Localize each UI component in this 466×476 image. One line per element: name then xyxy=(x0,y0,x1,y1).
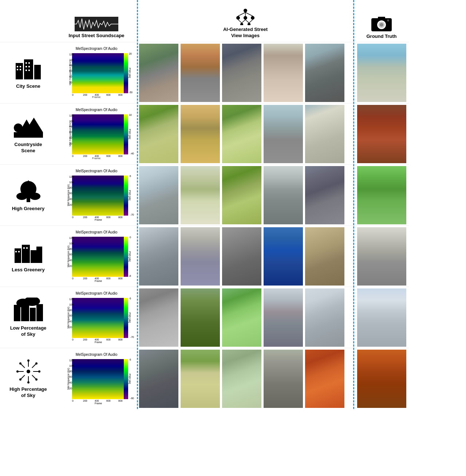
city-colorbar-bottom: -50 xyxy=(129,91,133,94)
svg-point-54 xyxy=(19,378,21,381)
svg-rect-28 xyxy=(15,251,17,252)
svg-line-67 xyxy=(245,20,249,23)
svg-rect-32 xyxy=(14,305,20,321)
lgreen-ai-img-2 xyxy=(181,227,220,286)
hgreen-spec-title: MelSpectrogram Of Audio xyxy=(76,169,118,173)
city-spec-title: MelSpectrogram Of Audio xyxy=(76,47,118,51)
countryside-icon xyxy=(14,114,43,139)
lowsky-spec-title: MelSpectrogram Of Audio xyxy=(76,291,118,295)
countryside-ai-img-4 xyxy=(264,105,303,163)
svg-line-68 xyxy=(249,20,253,23)
svg-point-59 xyxy=(251,16,254,20)
svg-point-20 xyxy=(16,193,27,200)
city-colorbar-top: 20 xyxy=(129,52,132,55)
countryside-ai-img-1 xyxy=(139,105,178,163)
svg-rect-12 xyxy=(28,70,30,71)
svg-rect-9 xyxy=(25,66,27,67)
svg-rect-0 xyxy=(16,63,23,79)
svg-point-57 xyxy=(236,16,240,20)
svg-point-58 xyxy=(244,16,247,20)
city-label-cell: City Scene xyxy=(0,42,56,103)
low-sky-label-cell: Low Percentageof Sky xyxy=(0,287,56,348)
svg-line-66 xyxy=(242,20,245,23)
lgreen-ai-img-4 xyxy=(264,227,303,286)
camera-icon xyxy=(371,14,392,32)
svg-rect-29 xyxy=(18,251,20,252)
svg-point-53 xyxy=(35,362,37,365)
svg-rect-6 xyxy=(20,69,21,70)
countryside-spec-plot: Mel frequence (Hz) Frame 10 -40 PSD [db]… xyxy=(62,113,131,160)
svg-rect-25 xyxy=(22,245,30,263)
city-gt-cell xyxy=(354,42,409,103)
highsky-ai-img-5 xyxy=(305,350,344,408)
low-sky-ai-images-row xyxy=(138,287,353,348)
svg-rect-3 xyxy=(17,66,18,67)
city-spec-plot: Mel frequence (Hz) Frame 20 -50 PSD [db]… xyxy=(62,51,131,99)
hgreen-ai-img-5 xyxy=(305,166,344,224)
high-greenery-label-cell: High Greenery xyxy=(0,164,56,225)
city-ai-img-3 xyxy=(222,44,261,102)
city-icon xyxy=(14,56,43,81)
city-spectrogram-cell: MelSpectrogram Of Audio Mel frequence (H… xyxy=(56,42,137,103)
city-ai-images-row xyxy=(138,42,353,103)
countryside-colorbar xyxy=(124,114,128,154)
svg-rect-27 xyxy=(36,247,42,263)
highsky-spec-plot: Mel frequence (Hz) Frame 6 -60 PSD [db] … xyxy=(62,357,131,405)
low-sky-label: Low Percentageof Sky xyxy=(10,325,47,338)
label-column: City Scene CountrysideScene Hig xyxy=(0,0,56,409)
high-sky-label: High Percentageof Sky xyxy=(9,386,47,399)
countryside-ai-img-3 xyxy=(222,105,261,163)
hgreen-ai-img-3 xyxy=(222,166,261,224)
less-greenery-spec-cell: MelSpectrogram Of Audio Mel frequence (H… xyxy=(56,225,137,287)
city-ai-img-5 xyxy=(305,44,344,102)
spectrogram-header: Input Street Soundscape xyxy=(56,0,137,42)
countryside-spec-title: MelSpectrogram Of Audio xyxy=(76,108,118,112)
svg-rect-31 xyxy=(26,247,28,249)
ai-network-icon xyxy=(233,7,258,25)
ai-images-header: AI-Generated Street View Images xyxy=(138,0,353,42)
label-header-spacer xyxy=(0,0,56,42)
high-greenery-ai-images-row xyxy=(138,164,353,225)
svg-point-21 xyxy=(29,193,40,200)
highsky-ai-img-4 xyxy=(264,350,303,408)
highsky-gt-image xyxy=(357,350,406,408)
svg-point-50 xyxy=(38,370,40,373)
countryside-ai-img-5 xyxy=(305,105,344,163)
countryside-gt-cell xyxy=(354,103,409,164)
svg-rect-8 xyxy=(28,62,30,64)
svg-rect-34 xyxy=(30,308,36,321)
lgreen-ai-img-3 xyxy=(222,227,261,286)
city-colorbar xyxy=(124,53,128,93)
lowsky-ai-img-3 xyxy=(222,288,261,347)
svg-point-49 xyxy=(16,370,19,373)
lowsky-ai-img-2 xyxy=(181,288,220,347)
less-greenery-icon xyxy=(14,239,43,265)
high-sky-gt-cell xyxy=(354,348,409,409)
highsky-ai-img-1 xyxy=(139,350,178,408)
city-ai-img-1 xyxy=(139,44,178,102)
svg-point-56 xyxy=(244,9,247,12)
svg-rect-26 xyxy=(31,250,36,263)
countryside-scene-label: CountrysideScene xyxy=(15,142,42,154)
spectrogram-column: Input Street Soundscape MelSpectrogram O… xyxy=(56,0,137,409)
svg-point-47 xyxy=(27,359,29,362)
lgreen-spec-title: MelSpectrogram Of Audio xyxy=(76,230,118,234)
high-greenery-icon xyxy=(14,178,43,204)
svg-rect-10 xyxy=(28,66,30,67)
countryside-spectrogram-cell: MelSpectrogram Of Audio Mel frequence (H… xyxy=(56,103,137,164)
svg-point-72 xyxy=(380,23,383,27)
city-ai-img-4 xyxy=(264,44,303,102)
lgreen-ai-img-1 xyxy=(139,227,178,286)
city-spec-canvas xyxy=(72,53,127,93)
countryside-label-cell: CountrysideScene xyxy=(0,103,56,164)
svg-point-60 xyxy=(240,23,243,25)
svg-rect-4 xyxy=(20,66,21,67)
less-greenery-label-cell: Less Greenery xyxy=(0,225,56,287)
low-sky-icon xyxy=(14,298,43,323)
hgreen-ai-img-1 xyxy=(139,166,178,224)
hgreen-ai-img-2 xyxy=(181,166,220,224)
svg-rect-5 xyxy=(17,69,18,70)
countryside-ai-img-2 xyxy=(181,105,220,163)
ground-truth-label: Ground Truth xyxy=(366,34,396,39)
ground-truth-column: Ground Truth xyxy=(354,0,409,409)
